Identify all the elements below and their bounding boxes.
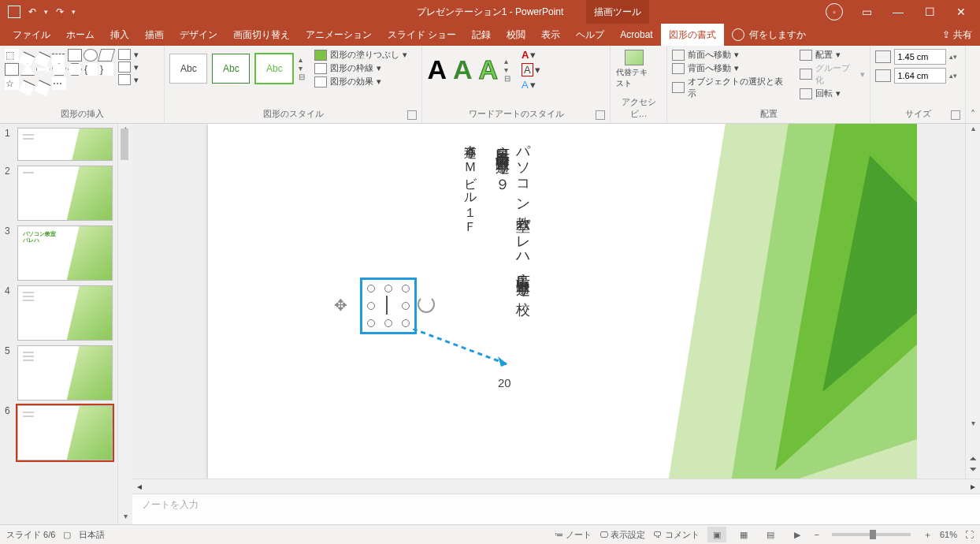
resize-handle[interactable]	[402, 285, 410, 292]
wordart-style-3[interactable]: A	[479, 54, 499, 85]
shape-height-input[interactable]	[894, 49, 946, 65]
tab-review[interactable]: 校閲	[499, 24, 533, 46]
bring-forward-button[interactable]: 前面へ移動 ▾	[672, 49, 789, 61]
zoom-slider-knob[interactable]	[870, 530, 876, 539]
wordart-style-2[interactable]: A	[453, 54, 473, 85]
text-effects-button[interactable]: A▾	[522, 79, 540, 91]
thumb-row-2[interactable]: 2xxxxxxx	[0, 163, 117, 223]
thumbnail-scrollbar[interactable]: ▴ ▾	[117, 124, 132, 524]
rect-shape-icon[interactable]	[68, 49, 82, 61]
tab-home[interactable]: ホーム	[58, 24, 102, 46]
shape-style-3[interactable]: Abc	[254, 53, 294, 84]
oval-shape-icon[interactable]	[84, 49, 98, 61]
thumb-row-4[interactable]: 4xxxxxxxxxxxxxxxxxxxxx	[0, 283, 117, 343]
hexagon-shape-icon[interactable]	[68, 63, 82, 76]
curve-shape-icon[interactable]: {	[84, 63, 98, 76]
triangle-shape-icon[interactable]	[20, 63, 35, 76]
selection-pane-button[interactable]: オブジェクトの選択と表示	[672, 76, 789, 99]
resize-handle[interactable]	[367, 285, 375, 292]
tab-transitions[interactable]: 画面切り替え	[225, 24, 298, 46]
resize-handle[interactable]	[402, 302, 410, 310]
shape-outline-button[interactable]: 図形の枠線 ▾	[314, 62, 407, 74]
collapse-ribbon-button[interactable]: ˄	[966, 46, 980, 123]
style-gallery-more[interactable]: ▴▾⊟	[299, 55, 305, 81]
shapes-gallery[interactable]: ⬚ { } ☆ ⋯	[5, 49, 113, 90]
edit-shape-button[interactable]: ▾	[118, 49, 139, 60]
shape-effects-button[interactable]: 図形の効果 ▾	[314, 76, 407, 88]
text-fill-button[interactable]: A▾	[522, 49, 540, 61]
next-slide-button[interactable]: ⏷	[969, 464, 978, 474]
rotate-handle-icon[interactable]	[418, 296, 435, 313]
comments-button[interactable]: 🗨 コメント	[653, 529, 699, 541]
zoom-out-button[interactable]: −	[815, 530, 819, 539]
tab-insert[interactable]: 挿入	[102, 24, 137, 46]
share-button[interactable]: ⇪ 共有	[942, 24, 972, 46]
close-button[interactable]: ✕	[953, 6, 969, 18]
slide-canvas[interactable]: パソコン教室パレハ広島市中区本通り校 広島県広島市中区本通り９ 本通りＭビル１Ｆ…	[132, 124, 965, 479]
sorter-view-button[interactable]: ▦	[734, 527, 753, 542]
align-button[interactable]: 配置 ▾	[800, 49, 865, 61]
dialog-launcher-icon[interactable]	[407, 110, 417, 120]
redo-button[interactable]: ↷	[53, 6, 67, 17]
rounded-rect-icon[interactable]	[5, 63, 19, 76]
thumb-row-3[interactable]: 3パソコン教室パレハ	[0, 223, 117, 283]
language-indicator[interactable]: 日本語	[79, 529, 105, 541]
tab-help[interactable]: ヘルプ	[568, 24, 612, 46]
save-icon[interactable]	[8, 6, 20, 18]
scroll-left-icon[interactable]: ◂	[132, 481, 147, 492]
maximize-button[interactable]: ☐	[922, 6, 937, 18]
horizontal-scrollbar[interactable]: ◂ ▸	[132, 479, 980, 494]
resize-handle[interactable]	[384, 285, 392, 292]
brace-shape-icon[interactable]: }	[99, 63, 113, 76]
tab-file[interactable]: ファイル	[5, 24, 58, 46]
rotate-button[interactable]: 回転 ▾	[800, 88, 865, 99]
tab-acrobat[interactable]: Acrobat	[612, 24, 660, 46]
shape-width-input[interactable]	[894, 68, 946, 84]
parallelogram-shape-icon[interactable]	[98, 49, 115, 61]
resize-handle[interactable]	[367, 302, 375, 310]
minimize-button[interactable]: —	[890, 6, 906, 18]
notes-toggle[interactable]: ≔ ノート	[555, 529, 592, 541]
tell-me[interactable]: 何をしますか	[732, 28, 806, 42]
alt-text-button[interactable]: 代替テキスト	[615, 49, 653, 90]
send-backward-button[interactable]: 背面へ移動 ▾	[672, 62, 789, 74]
shape-fill-button[interactable]: 図形の塗りつぶし ▾	[314, 49, 407, 61]
wordart-style-1[interactable]: A	[427, 54, 447, 85]
tab-slideshow[interactable]: スライド ショー	[380, 24, 464, 46]
spinner-icon[interactable]: ▴▾	[949, 53, 957, 61]
qat-customize-icon[interactable]: ▾	[72, 8, 76, 16]
undo-more-icon[interactable]: ▾	[44, 8, 48, 16]
more-shapes-icon[interactable]: ⋯	[52, 77, 66, 90]
display-settings-button[interactable]: 🖵 表示設定	[600, 529, 645, 541]
tab-animations[interactable]: アニメーション	[298, 24, 380, 46]
normal-view-button[interactable]: ▣	[707, 527, 726, 542]
shape-style-2[interactable]: Abc	[212, 54, 250, 84]
undo-button[interactable]: ↶	[25, 6, 39, 17]
spellcheck-icon[interactable]: ▢	[63, 530, 71, 540]
zoom-in-button[interactable]: ＋	[923, 529, 932, 541]
account-icon[interactable]: ◦	[826, 3, 843, 20]
tab-design[interactable]: デザイン	[172, 24, 225, 46]
slide-indicator[interactable]: スライド 6/6	[6, 529, 55, 541]
tab-record[interactable]: 記録	[464, 24, 499, 46]
scroll-down-icon[interactable]: ▾	[118, 512, 132, 524]
thumb-row-6[interactable]: 6xxxxxxxxxxxxxx	[0, 403, 117, 463]
slideshow-view-button[interactable]: ▶	[788, 527, 807, 542]
tab-shape-format[interactable]: 図形の書式	[661, 24, 724, 46]
ribbon-options-icon[interactable]: ▭	[859, 6, 874, 18]
zoom-slider[interactable]	[832, 533, 911, 536]
merge-shapes-button[interactable]: ▾	[118, 74, 139, 85]
notes-pane[interactable]: ノートを入力	[132, 494, 980, 524]
tab-view[interactable]: 表示	[533, 24, 568, 46]
scroll-thumb[interactable]	[121, 129, 128, 160]
tab-draw[interactable]: 描画	[137, 24, 172, 46]
thumb-row-5[interactable]: 5xxxxxxxxxxxxxxxxxxxxx	[0, 343, 117, 403]
fit-to-window-button[interactable]: ⛶	[965, 530, 974, 539]
star-shape-icon[interactable]: ☆	[5, 77, 19, 90]
zoom-level[interactable]: 61%	[940, 530, 957, 539]
scroll-right-icon[interactable]: ▸	[966, 481, 980, 492]
reading-view-button[interactable]: ▤	[761, 527, 780, 542]
scroll-down-icon[interactable]: ▾	[966, 419, 980, 431]
freeform-shape-icon[interactable]	[19, 80, 35, 95]
spinner-icon[interactable]: ▴▾	[949, 72, 957, 80]
